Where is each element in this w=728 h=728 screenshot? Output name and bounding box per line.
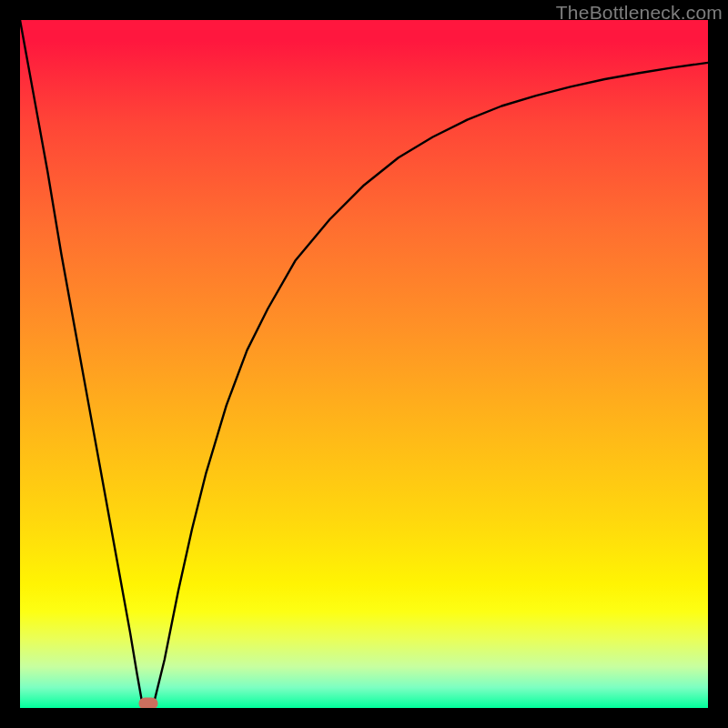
bottleneck-curve — [20, 20, 708, 708]
chart-frame: TheBottleneck.com — [0, 0, 728, 728]
plot-area — [20, 20, 708, 708]
optimal-point-marker — [138, 698, 157, 708]
watermark-text: TheBottleneck.com — [556, 2, 723, 24]
